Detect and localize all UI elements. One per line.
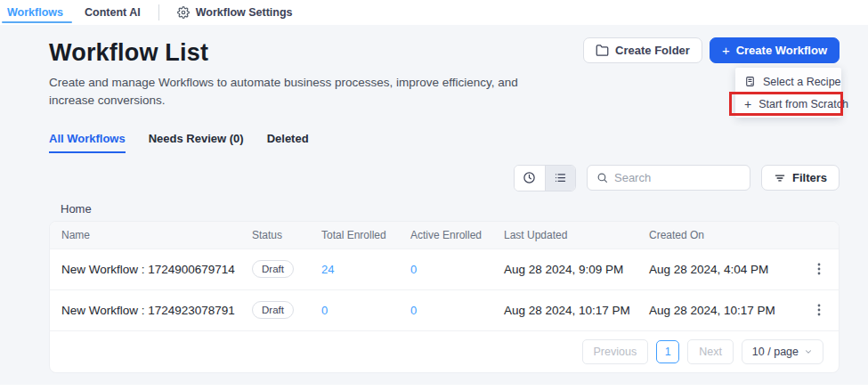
create-workflow-dropdown: Select a Recipe + Start from Scratch [735,68,841,118]
active-enrolled-link[interactable]: 0 [410,304,417,317]
nav-tab-content-ai[interactable]: Content AI [74,0,151,25]
table-row: New Workflow : 1724900679714 Draft 24 0 … [50,248,839,289]
filters-label: Filters [792,171,827,184]
header-actions: Create Folder + Create Workflow Select a… [583,37,840,63]
nav-settings-label: Workflow Settings [196,6,293,19]
breadcrumb[interactable]: Home [61,202,840,216]
search-box [587,165,750,191]
page-size-select[interactable]: 10 / page [742,339,823,364]
top-nav: Workflows Content AI Workflow Settings [0,0,868,25]
nav-tab-workflows[interactable]: Workflows [7,0,74,25]
table-row: New Workflow : 1724923078791 Draft 0 0 A… [50,289,839,330]
column-header-created-on: Created On [649,229,807,241]
page-content: Workflow List Create and manage Workflow… [0,25,868,373]
create-folder-label: Create Folder [615,44,690,57]
folder-icon [596,44,609,57]
menu-item-label: Start from Scratch [758,98,848,110]
menu-item-start-from-scratch[interactable]: + Start from Scratch [735,93,841,115]
column-header-name: Name [61,229,252,241]
created-on-value: Aug 28 2024, 4:04 PM [649,263,807,276]
recipe-icon [744,76,756,87]
last-updated-value: Aug 28 2024, 10:17 PM [504,304,649,317]
active-enrolled-link[interactable]: 0 [410,263,417,276]
gear-icon [177,6,190,19]
create-folder-button[interactable]: Create Folder [583,37,702,63]
column-header-last-updated: Last Updated [504,229,649,241]
page-size-label: 10 / page [752,346,799,358]
workflow-tabs: All Workflows Needs Review (0) Deleted [49,132,840,153]
tab-all-workflows[interactable]: All Workflows [49,132,126,153]
list-icon [554,171,567,184]
workflow-name-link[interactable]: New Workflow : 1724923078791 [61,304,252,317]
tab-deleted[interactable]: Deleted [267,132,309,153]
total-enrolled-link[interactable]: 0 [321,304,328,317]
column-header-active-enrolled: Active Enrolled [410,229,504,241]
title-block: Workflow List Create and manage Workflow… [49,37,534,110]
row-actions-kebab-icon[interactable] [807,262,831,276]
search-input[interactable] [614,171,741,184]
list-view-button[interactable] [545,166,575,191]
create-workflow-label: Create Workflow [736,44,827,57]
column-header-status: Status [252,229,321,241]
chevron-down-icon [804,347,813,356]
row-actions-kebab-icon[interactable] [807,303,831,317]
workflow-table-card: Name Status Total Enrolled Active Enroll… [49,221,840,373]
table-header-row: Name Status Total Enrolled Active Enroll… [50,222,839,248]
table-footer: Previous 1 Next 10 / page [50,330,839,372]
plus-icon: + [744,98,751,110]
filter-icon [774,172,786,184]
next-page-button[interactable]: Next [687,339,734,364]
menu-item-select-a-recipe[interactable]: Select a Recipe [735,70,841,93]
page-number-button[interactable]: 1 [656,340,679,363]
previous-page-button[interactable]: Previous [582,339,649,364]
last-updated-value: Aug 28 2024, 9:09 PM [504,263,649,276]
create-workflow-button[interactable]: + Create Workflow [710,37,840,63]
tab-needs-review[interactable]: Needs Review (0) [149,132,244,153]
clock-icon [523,171,536,184]
page-description: Create and manage Workflows to automate … [49,74,534,110]
filters-button[interactable]: Filters [761,165,840,191]
total-enrolled-link[interactable]: 24 [321,263,334,276]
list-toolbar: Filters [49,165,840,191]
status-badge: Draft [252,301,294,319]
history-view-button[interactable] [515,166,545,191]
column-header-total-enrolled: Total Enrolled [321,229,410,241]
page-title: Workflow List [49,39,534,67]
search-icon [596,172,608,183]
page-header: Workflow List Create and manage Workflow… [49,37,840,110]
view-toggle-group [514,165,576,191]
workflow-name-link[interactable]: New Workflow : 1724900679714 [61,263,252,276]
menu-item-label: Select a Recipe [763,76,841,88]
nav-tab-workflow-settings[interactable]: Workflow Settings [166,0,304,25]
plus-icon: + [722,44,730,57]
status-badge: Draft [252,260,294,278]
bottom-strip [0,385,868,391]
created-on-value: Aug 28 2024, 10:17 PM [649,304,807,317]
nav-divider [158,4,159,20]
